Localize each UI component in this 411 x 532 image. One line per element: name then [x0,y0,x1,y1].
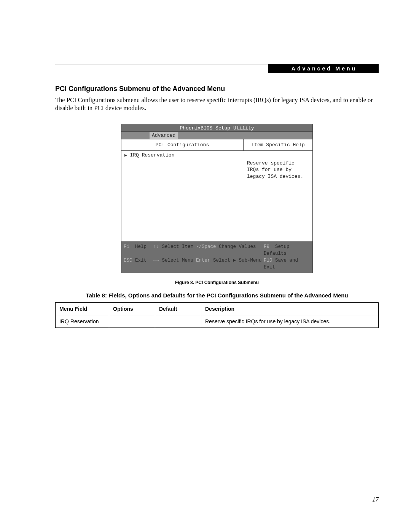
page-number: 17 [372,496,379,503]
key-f9: F9 [264,244,269,249]
fields-table: Menu Field Options Default Description I… [55,302,379,328]
bios-help-text: Reserve specific IRQs for use by legacy … [243,151,312,241]
bios-irq-item: IRQ Reservation [130,152,174,158]
key-enter: Enter [196,258,210,263]
label-select-menu: Select Menu [162,258,194,263]
th-options: Options [109,303,155,315]
td-menu-field: IRQ Reservation [56,315,109,328]
bios-right-heading: Item Specific Help [244,139,312,150]
section-title: PCI Configurations Submenu of the Advanc… [55,85,379,93]
td-description: Reserve specific IRQs for use by legacy … [201,315,379,328]
label-select-submenu: Select ▶ Sub-Menu [213,258,262,263]
key-f1: F1 [124,244,129,249]
bios-footer: F1 Help ↑↓ Select Item -/Space Change Va… [121,242,312,273]
th-default: Default [155,303,201,315]
triangle-icon: ▶ [124,153,127,158]
td-options [109,315,155,328]
th-menu-field: Menu Field [56,303,109,315]
th-description: Description [201,303,379,315]
bios-left-heading: PCI Configurations [121,139,244,150]
label-select-item: Select Item [162,244,194,249]
bios-title: PhoenixBIOS Setup Utility [121,124,312,132]
header-tab: Advanced Menu [268,64,379,73]
label-help: Help [135,244,147,249]
bios-tabs: Advanced [121,132,312,139]
table-title: Table 8: Fields, Options and Defaults fo… [55,292,379,299]
td-default [155,315,201,328]
key-f10: F10 [264,258,272,263]
bios-tab-advanced: Advanced [150,132,178,139]
dash-icon [159,322,170,322]
bios-screenshot: PhoenixBIOS Setup Utility Advanced PCI C… [121,124,313,273]
key-updown: ↑↓ [153,244,159,249]
bios-left-body: ▶ IRQ Reservation [121,151,243,241]
table-row: IRQ Reservation Reserve specific IRQs fo… [56,315,379,328]
key-leftright: ←→ [153,258,159,263]
key-space: -/Space [196,244,216,249]
label-exit: Exit [135,258,147,263]
figure-caption: Figure 8. PCI Configurations Submenu [55,280,379,285]
label-change-values: Change Values [219,244,256,249]
key-esc: ESC [124,258,132,263]
dash-icon [113,322,124,322]
intro-paragraph: The PCI Configurations submenu allows th… [55,96,379,112]
